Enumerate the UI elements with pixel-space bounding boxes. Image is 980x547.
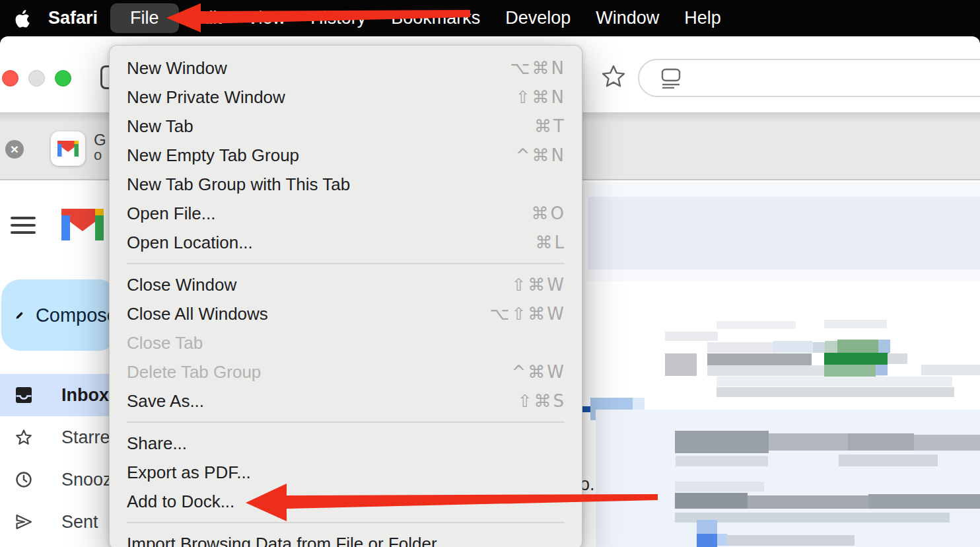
minimize-traffic-light[interactable] bbox=[28, 70, 45, 87]
menu-item-share[interactable]: Share... bbox=[110, 429, 582, 458]
menu-item-save-as[interactable]: Save As...⇧⌘S bbox=[110, 386, 582, 416]
menu-item-new-private-window[interactable]: New Private Window⇧⌘N bbox=[110, 83, 582, 112]
tab-title-line2[interactable]: o bbox=[94, 147, 102, 164]
menu-item-shortcut: ^⌘N bbox=[516, 145, 566, 165]
menu-item-label: Close Window bbox=[127, 275, 512, 295]
menu-item-close-window[interactable]: Close Window⇧⌘W bbox=[110, 270, 582, 299]
compose-label: Compose bbox=[36, 305, 118, 326]
sidebar-item-label: Inbox bbox=[61, 385, 109, 406]
address-bar[interactable] bbox=[638, 59, 980, 97]
apple-menu-icon[interactable] bbox=[9, 9, 36, 28]
menu-item-new-tab[interactable]: New Tab⌘T bbox=[110, 112, 582, 141]
bookmark-star-icon[interactable] bbox=[600, 63, 627, 91]
website-settings-icon[interactable] bbox=[660, 67, 682, 89]
menu-item-label: New Window bbox=[127, 58, 510, 79]
menu-separator bbox=[127, 421, 565, 423]
menubar-item-window[interactable]: Window bbox=[583, 0, 672, 36]
menubar-item-file[interactable]: File bbox=[110, 3, 179, 33]
menu-item-label: Open Location... bbox=[127, 233, 536, 253]
menu-item-label: New Tab Group with This Tab bbox=[127, 174, 566, 195]
zoom-traffic-light[interactable] bbox=[55, 70, 71, 87]
macos-menu-bar: Safari File Edit View History Bookmarks … bbox=[0, 0, 980, 36]
menu-item-shortcut: ⇧⌘W bbox=[512, 275, 567, 295]
menu-item-label: Add to Dock... bbox=[127, 492, 566, 512]
menu-item-label: Close Tab bbox=[127, 333, 566, 353]
inbox-icon bbox=[15, 386, 33, 404]
menu-item-label: Open File... bbox=[127, 203, 532, 224]
clock-icon bbox=[15, 470, 33, 489]
menu-item-label: Export as PDF... bbox=[127, 462, 566, 483]
menu-separator bbox=[127, 522, 565, 523]
menu-item-new-empty-tab-group[interactable]: New Empty Tab Group^⌘N bbox=[110, 141, 582, 170]
menu-item-open-location[interactable]: Open Location...⌘L bbox=[110, 228, 582, 257]
compose-button[interactable]: Compose bbox=[1, 279, 118, 351]
gmail-logo bbox=[61, 209, 104, 243]
menu-item-new-window[interactable]: New Window⌥⌘N bbox=[110, 54, 582, 83]
sidebar-toggle-icon[interactable] bbox=[100, 65, 109, 89]
hamburger-menu-icon[interactable] bbox=[11, 217, 37, 235]
menu-item-add-to-dock[interactable]: Add to Dock... bbox=[110, 487, 582, 516]
sidebar-item-label: Sent bbox=[61, 512, 98, 532]
menubar-item-safari[interactable]: Safari bbox=[36, 0, 110, 36]
menubar-item-develop[interactable]: Develop bbox=[493, 0, 583, 36]
address-input[interactable] bbox=[692, 68, 980, 88]
menu-item-label: Share... bbox=[127, 433, 566, 454]
close-window-traffic-light[interactable] bbox=[2, 70, 18, 87]
menubar-item-view[interactable]: View bbox=[234, 0, 298, 36]
menu-item-shortcut: ⌘O bbox=[532, 203, 566, 223]
menubar-item-help[interactable]: Help bbox=[672, 0, 734, 36]
menu-item-delete-tab-group: Delete Tab Group^⌘W bbox=[110, 357, 582, 386]
tab-close-icon[interactable]: × bbox=[5, 140, 24, 159]
gmail-favicon bbox=[51, 131, 85, 166]
file-menu: New Window⌥⌘NNew Private Window⇧⌘NNew Ta… bbox=[109, 45, 582, 547]
menu-item-new-tab-group-with-this-tab[interactable]: New Tab Group with This Tab bbox=[110, 170, 582, 199]
pencil-icon bbox=[15, 303, 24, 328]
menu-item-shortcut: ⌘L bbox=[536, 233, 567, 252]
menu-item-close-tab: Close Tab bbox=[110, 328, 582, 357]
menu-item-shortcut: ⌥⇧⌘W bbox=[490, 304, 566, 324]
menu-item-label: Delete Tab Group bbox=[127, 362, 512, 383]
menu-item-shortcut: ^⌘W bbox=[512, 362, 567, 382]
menu-separator bbox=[127, 263, 565, 264]
menu-item-label: Import Browsing Data from File or Folder bbox=[127, 534, 566, 547]
menu-item-label: Save As... bbox=[127, 391, 518, 412]
menu-item-open-file[interactable]: Open File...⌘O bbox=[110, 199, 582, 228]
menubar-item-edit[interactable]: Edit bbox=[179, 0, 235, 36]
menu-item-close-all-windows[interactable]: Close All Windows⌥⇧⌘W bbox=[110, 299, 582, 328]
send-icon bbox=[15, 513, 33, 531]
menu-item-shortcut: ⇧⌘S bbox=[518, 391, 566, 411]
menu-item-label: New Private Window bbox=[127, 87, 516, 108]
menu-item-shortcut: ⌥⌘N bbox=[510, 58, 566, 78]
screenshot-root: × G o Compo bbox=[0, 0, 980, 547]
menu-item-import-browsing-data-from-file-or-folder[interactable]: Import Browsing Data from File or Folder bbox=[110, 529, 582, 547]
star-icon bbox=[15, 428, 33, 447]
menu-item-label: New Empty Tab Group bbox=[127, 145, 516, 166]
menu-item-shortcut: ⇧⌘N bbox=[516, 87, 566, 107]
menubar-item-history[interactable]: History bbox=[298, 0, 378, 36]
menubar-item-bookmarks[interactable]: Bookmarks bbox=[378, 0, 493, 36]
menu-item-label: New Tab bbox=[127, 116, 534, 137]
menu-item-shortcut: ⌘T bbox=[534, 116, 566, 136]
menu-item-export-as-pdf[interactable]: Export as PDF... bbox=[110, 458, 582, 487]
menu-item-label: Close All Windows bbox=[127, 304, 490, 324]
